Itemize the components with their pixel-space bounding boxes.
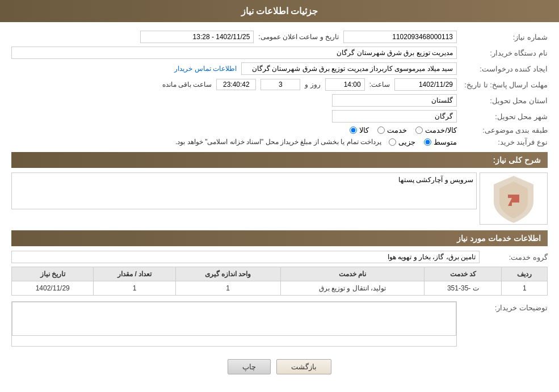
need-desc-box: سرویس و آچارکشی پستها xyxy=(11,172,477,209)
back-button[interactable]: بازگشت xyxy=(276,359,331,374)
deadline-row: مهلت ارسال پاسخ: تا تاریخ: ساعت: روز و 3… xyxy=(11,78,548,91)
deadline-remaining-label: ساعت باقی مانده xyxy=(162,81,212,88)
buyer-org-label: نام دستگاه خریدار: xyxy=(457,49,548,57)
page-header: جزئیات اطلاعات نیاز xyxy=(0,0,559,22)
deadline-time-label: ساعت: xyxy=(369,81,390,88)
col-header-unit: واحد اندازه گیری xyxy=(175,267,280,281)
service-group-input[interactable] xyxy=(11,251,480,263)
need-number-input[interactable] xyxy=(343,31,457,43)
service-code: ت -35-351 xyxy=(424,281,502,296)
page-title: جزئیات اطلاعات نیاز xyxy=(241,6,318,16)
category-khedmat-label: خدمت xyxy=(387,126,407,134)
purchase-type-jozi-label: جزیی xyxy=(398,138,415,146)
need-date: 1402/11/29 xyxy=(12,281,94,296)
announcement-date-input[interactable] xyxy=(140,31,254,43)
category-kala-label: کالا xyxy=(359,126,369,134)
deadline-days-label: روز و xyxy=(305,81,320,88)
deadline-label: مهلت ارسال پاسخ: تا تاریخ: xyxy=(457,81,548,89)
services-table-header-row: ردیف کد خدمت نام خدمت واحد اندازه گیری ت… xyxy=(12,267,548,281)
purchase-type-radio-jozi[interactable] xyxy=(389,138,396,146)
category-value-cell: کالا/خدمت خدمت کالا xyxy=(11,126,457,134)
creator-row: ایجاد کننده درخواست: اطلاعات تماس خریدار xyxy=(11,62,548,75)
need-number-row: شماره نیاز: تاریخ و ساعت اعلان عمومی: xyxy=(11,31,548,43)
city-input[interactable] xyxy=(332,110,457,123)
quantity: 1 xyxy=(94,281,175,296)
category-option-kala[interactable]: کالا xyxy=(350,126,369,134)
category-label: طبقه بندی موضوعی: xyxy=(457,126,548,134)
need-number-label: شماره نیاز: xyxy=(457,33,548,41)
print-button[interactable]: چاپ xyxy=(228,359,271,374)
city-value-cell xyxy=(11,110,457,123)
deadline-days-value: 3 xyxy=(260,79,300,90)
deadline-value-cell: ساعت: روز و 3 23:40:42 ساعت باقی مانده xyxy=(11,78,457,91)
need-desc-section-label: شرح کلی نیاز: xyxy=(11,152,548,168)
purchase-type-option-mutawassit[interactable]: متوسط xyxy=(424,138,457,146)
category-radio-kala-khedmat[interactable] xyxy=(415,127,423,134)
need-desc-text: سرویس و آچارکشی پستها xyxy=(15,176,473,184)
province-label: استان محل تحویل: xyxy=(457,96,548,105)
purchase-type-option-jozi[interactable]: جزیی xyxy=(389,138,415,146)
service-group-row: گروه خدمت: xyxy=(11,251,548,263)
col-header-quantity: تعداد / مقدار xyxy=(94,267,175,281)
row-num: 1 xyxy=(502,281,548,296)
creator-value-cell: اطلاعات تماس خریدار xyxy=(11,62,457,75)
services-table: ردیف کد خدمت نام خدمت واحد اندازه گیری ت… xyxy=(11,267,548,296)
service-group-label: گروه خدمت: xyxy=(480,253,548,262)
unit: 1 xyxy=(175,281,280,296)
province-input[interactable] xyxy=(332,94,457,107)
logo-svg xyxy=(488,173,539,224)
table-row: 1 ت -35-351 تولید، انتقال و توزیع برق 1 … xyxy=(12,281,548,296)
logo-area xyxy=(480,172,548,225)
deadline-date-input[interactable] xyxy=(394,78,457,91)
province-value-cell xyxy=(11,94,457,107)
service-group-value-cell xyxy=(11,251,480,263)
buyer-org-value-cell xyxy=(11,47,457,59)
buyer-org-input[interactable] xyxy=(11,47,457,59)
category-radio-kala[interactable] xyxy=(350,127,357,134)
purchase-type-row: نوع فرآیند خرید: متوسط جزیی پرداخت تمام … xyxy=(11,138,548,146)
purchase-type-value-cell: متوسط جزیی پرداخت تمام یا بخشی از مبلغ خ… xyxy=(11,138,457,146)
buyer-notes-label: توضیحات خریدار: xyxy=(457,301,548,312)
purchase-type-label: نوع فرآیند خرید: xyxy=(457,138,548,146)
col-header-date: تاریخ نیاز xyxy=(12,267,94,281)
city-row: شهر محل تحویل: xyxy=(11,110,548,123)
buyer-notes-row: توضیحات خریدار: xyxy=(11,301,548,348)
category-option-kala-khedmat[interactable]: کالا/خدمت xyxy=(415,126,457,134)
need-desc-with-logo: سرویس و آچارکشی پستها xyxy=(11,172,548,225)
content-area: شماره نیاز: تاریخ و ساعت اعلان عمومی: نا… xyxy=(0,22,559,389)
services-section-label: اطلاعات خدمات مورد نیاز xyxy=(11,230,548,246)
need-desc-content: سرویس و آچارکشی پستها xyxy=(11,172,477,225)
service-name: تولید، انتقال و توزیع برق xyxy=(280,281,424,296)
buyer-notes-textarea[interactable] xyxy=(12,302,456,336)
city-label: شهر محل تحویل: xyxy=(457,112,548,121)
creator-label: ایجاد کننده درخواست: xyxy=(457,65,548,73)
need-number-value-cell: تاریخ و ساعت اعلان عمومی: xyxy=(11,31,457,43)
category-row: طبقه بندی موضوعی: کالا/خدمت خدمت کالا xyxy=(11,126,548,134)
deadline-time-input[interactable] xyxy=(325,78,365,91)
buyer-notes-value-cell xyxy=(11,301,457,348)
col-header-service-name: نام خدمت xyxy=(280,267,424,281)
need-desc-area: سرویس و آچارکشی پستها xyxy=(11,172,548,225)
purchase-type-radio-mutawassit[interactable] xyxy=(424,138,431,146)
button-row: بازگشت چاپ xyxy=(11,359,548,374)
creator-input[interactable] xyxy=(241,62,457,75)
category-radio-khedmat[interactable] xyxy=(377,127,385,134)
announcement-date-label: تاریخ و ساعت اعلان عمومی: xyxy=(258,33,339,41)
province-row: استان محل تحویل: xyxy=(11,94,548,107)
purchase-type-mutawassit-label: متوسط xyxy=(434,138,457,146)
buyer-notes-box xyxy=(11,301,457,347)
deadline-remaining-value: 23:40:42 xyxy=(216,79,256,90)
category-kala-khedmat-label: کالا/خدمت xyxy=(425,126,457,134)
col-header-row-num: ردیف xyxy=(502,267,548,281)
buyer-org-row: نام دستگاه خریدار: xyxy=(11,47,548,59)
purchase-type-desc: پرداخت تمام یا بخشی از مبلغ خریداز محل "… xyxy=(11,138,384,146)
category-option-khedmat[interactable]: خدمت xyxy=(377,126,407,134)
contact-info-link[interactable]: اطلاعات تماس خریدار xyxy=(174,65,237,73)
col-header-service-code: کد خدمت xyxy=(424,267,502,281)
page-wrapper: جزئیات اطلاعات نیاز شماره نیاز: تاریخ و … xyxy=(0,0,559,392)
